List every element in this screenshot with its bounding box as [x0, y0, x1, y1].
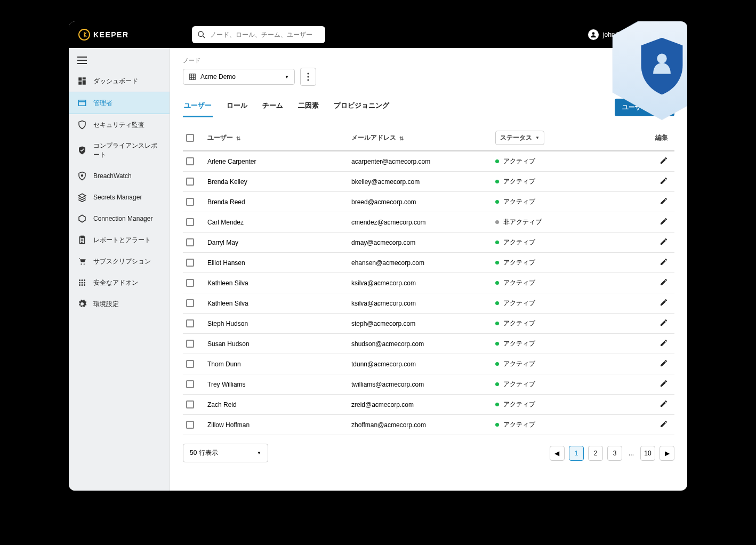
cart-icon [77, 257, 87, 266]
edit-button[interactable] [660, 159, 668, 166]
edit-button[interactable] [660, 260, 668, 268]
edit-button[interactable] [660, 362, 668, 369]
row-checkbox[interactable] [186, 421, 194, 429]
edit-button[interactable] [660, 220, 668, 227]
svg-rect-22 [190, 74, 196, 80]
svg-point-27 [657, 54, 666, 63]
user-status: アクティブ [495, 319, 639, 328]
page-2[interactable]: 2 [588, 446, 603, 461]
sidebar-item-compliance[interactable]: コンプライアンスレポート [69, 135, 170, 165]
row-checkbox[interactable] [186, 360, 194, 368]
apps-icon [77, 278, 87, 287]
node-more-menu[interactable] [300, 68, 316, 86]
edit-button[interactable] [660, 280, 668, 288]
shield-eye-icon [77, 171, 87, 181]
sidebar-item-dashboard[interactable]: ダッシュボード [69, 70, 170, 92]
edit-button[interactable] [660, 422, 668, 430]
page-10[interactable]: 10 [640, 446, 655, 461]
sidebar-item-settings[interactable]: 環境設定 [69, 293, 170, 315]
sidebar-item-security-audit[interactable]: セキュリティ監査 [69, 114, 170, 135]
status-dot-icon [495, 423, 499, 427]
row-checkbox[interactable] [186, 279, 194, 287]
status-dot-icon [495, 261, 499, 265]
edit-button[interactable] [660, 199, 668, 207]
row-checkbox[interactable] [186, 319, 194, 327]
row-checkbox[interactable] [186, 218, 194, 226]
user-email: acarpenter@acmecorp.com [351, 158, 495, 165]
svg-point-0 [198, 31, 203, 36]
edit-button[interactable] [660, 341, 668, 349]
page-3[interactable]: 3 [607, 446, 622, 461]
tab-プロビジョニング[interactable]: プロビジョニング [333, 98, 390, 117]
user-email: breed@acmecorp.com [351, 198, 495, 206]
user-status: アクティブ [495, 380, 639, 389]
row-checkbox[interactable] [186, 400, 194, 408]
search-input[interactable] [210, 31, 320, 38]
tab-ロール[interactable]: ロール [226, 98, 248, 117]
row-checkbox[interactable] [186, 238, 194, 246]
sidebar-item-breachwatch[interactable]: BreachWatch [69, 165, 170, 187]
pencil-icon [660, 379, 668, 388]
row-checkbox[interactable] [186, 157, 194, 165]
row-checkbox[interactable] [186, 340, 194, 348]
edit-button[interactable] [660, 240, 668, 247]
sidebar-item-label: 環境設定 [93, 300, 119, 309]
pencil-icon [660, 217, 668, 226]
page-next[interactable]: ▶ [660, 446, 674, 461]
sidebar-item-secrets-manager[interactable]: Secrets Manager [69, 187, 170, 208]
svg-rect-4 [83, 81, 86, 85]
user-email: zhoffman@acmecorp.com [351, 421, 495, 429]
column-status[interactable]: ステータス▼ [495, 131, 639, 145]
page-1[interactable]: 1 [569, 446, 584, 461]
column-user[interactable]: ユーザー [207, 133, 351, 142]
row-checkbox[interactable] [186, 299, 194, 307]
sidebar-item-connection-manager[interactable]: Connection Manager [69, 208, 170, 229]
sidebar-item-label: レポートとアラート [93, 236, 151, 245]
tab-二因素[interactable]: 二因素 [297, 98, 320, 117]
status-dot-icon [495, 322, 499, 325]
status-dot-icon [495, 301, 499, 305]
edit-button[interactable] [660, 179, 668, 187]
pagination: ◀123...10▶ [550, 446, 674, 461]
user-status: アクティブ [495, 258, 639, 267]
row-checkbox[interactable] [186, 178, 194, 186]
sidebar-item-label: BreachWatch [93, 172, 132, 180]
pencil-icon [660, 359, 668, 367]
hamburger-menu[interactable] [69, 52, 170, 70]
edit-button[interactable] [660, 321, 668, 328]
sidebar-item-secure-addons[interactable]: 安全なアドオン [69, 272, 170, 293]
column-edit: 編集 [639, 133, 671, 142]
status-dot-icon [495, 362, 499, 366]
edit-button[interactable] [660, 402, 668, 410]
svg-point-11 [81, 263, 82, 265]
row-checkbox[interactable] [186, 198, 194, 206]
pencil-icon [660, 258, 668, 266]
user-email: tdunn@acmecorp.com [351, 360, 495, 368]
tab-チーム[interactable]: チーム [261, 98, 284, 117]
page-prev[interactable]: ◀ [550, 446, 565, 461]
search-box[interactable] [192, 26, 325, 43]
sidebar-item-reports-alerts[interactable]: レポートとアラート [69, 229, 170, 251]
rows-per-page-select[interactable]: 50 行表示 ▼ [183, 444, 268, 462]
brand-text: KEEPER [93, 30, 129, 39]
user-name: Kathleen Silva [207, 300, 351, 307]
edit-button[interactable] [660, 301, 668, 308]
row-checkbox[interactable] [186, 259, 194, 267]
sidebar-item-label: 管理者 [93, 99, 112, 108]
user-status: アクティブ [495, 299, 639, 308]
sidebar-item-admin[interactable]: 管理者 [69, 92, 170, 114]
column-email[interactable]: メールアドレス [351, 133, 495, 142]
status-dot-icon [495, 220, 499, 224]
svg-point-21 [84, 284, 85, 286]
edit-button[interactable] [660, 382, 668, 389]
select-all-checkbox[interactable] [186, 134, 194, 142]
tab-ユーザー[interactable]: ユーザー [183, 98, 213, 117]
node-selector[interactable]: Acme Demo ▼ [183, 69, 295, 85]
admin-icon [77, 98, 87, 108]
sidebar-item-subscription[interactable]: サブスクリプション [69, 251, 170, 272]
user-status: アクティブ [495, 339, 639, 348]
row-checkbox[interactable] [186, 380, 194, 388]
user-email: steph@acmecorp.com [351, 320, 495, 327]
pencil-icon [660, 177, 668, 185]
user-name: Darryl May [207, 239, 351, 246]
